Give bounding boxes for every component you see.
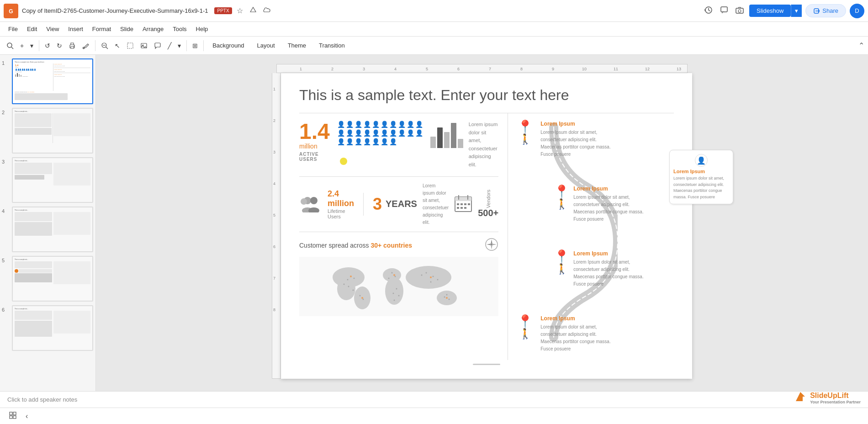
journey-desc-2: Lorem ipsum dolor sit amet, consectetuer… (573, 194, 646, 223)
svg-point-54 (360, 295, 361, 296)
canvas-with-ruler: 1 2 3 4 5 6 7 8 This is a sample text. E… (272, 73, 692, 379)
select-button[interactable] (124, 40, 137, 51)
floating-card-title: Lorem Ipsum (673, 169, 729, 174)
collapse-panel-button[interactable]: ‹ (24, 410, 30, 422)
speech-button[interactable] (151, 40, 164, 51)
menu-view[interactable]: View (42, 24, 64, 34)
transition-button[interactable]: Transition (313, 40, 351, 51)
bar-chart (430, 121, 463, 148)
journey-item-4: 📍 🚶 Lorem Ipsum Lorem ipsum dolor sit am… (517, 315, 674, 353)
share-button[interactable]: Share (805, 4, 846, 17)
slide-thumb-1[interactable]: This is a sample text. Enter your text h… (12, 58, 93, 104)
layout-button[interactable]: Layout (251, 40, 281, 51)
menu-slide[interactable]: Slide (116, 24, 138, 34)
user-avatar[interactable]: D (850, 4, 864, 18)
active-users-stat: 1.4 million ACTIVE USERS (299, 121, 330, 162)
menu-file[interactable]: File (4, 24, 22, 34)
slideshow-dropdown-button[interactable]: ▾ (791, 5, 802, 17)
search-button[interactable] (4, 40, 16, 51)
cloud-button[interactable] (261, 5, 272, 17)
journey-icon-1: 📍 🚶 (517, 121, 533, 145)
plus-box-button[interactable]: ⊞ (190, 40, 201, 51)
svg-point-70 (446, 294, 448, 295)
world-map (299, 257, 498, 316)
people-row-1: 👤👤👤👤👤👤👤👤👤👤 (337, 121, 423, 128)
svg-point-20 (310, 197, 318, 204)
journey-title-4: Lorem Ipsum (540, 315, 614, 322)
svg-point-42 (337, 277, 355, 300)
left-column: 1.4 million ACTIVE USERS 👤👤👤👤👤👤👤👤👤👤 (299, 113, 508, 360)
separator-3 (186, 40, 187, 51)
svg-point-63 (421, 274, 423, 276)
zoom-dropdown-button[interactable]: ▾ (27, 40, 36, 51)
camera-button[interactable] (734, 4, 746, 18)
paint-button[interactable] (79, 40, 92, 51)
svg-point-40 (491, 244, 492, 245)
slide-thumb-5[interactable]: This is a sample text... (12, 256, 93, 302)
years-section: 3 YEARS (373, 195, 417, 214)
lifetime-label: Lifetime Users (328, 208, 354, 219)
comment-button[interactable] (718, 4, 730, 18)
svg-point-74 (430, 276, 432, 278)
active-users-number: 1.4 (299, 121, 330, 143)
slide-thumb-3[interactable]: This is a sample text... (12, 157, 93, 203)
slide-thumb-2[interactable]: This is a sample text... (12, 108, 93, 154)
svg-rect-34 (464, 207, 466, 209)
svg-point-11 (74, 46, 74, 47)
star-button[interactable]: ☆ (235, 5, 245, 17)
menu-tools[interactable]: Tools (168, 24, 191, 34)
slide-thumb-6[interactable]: This is a sample text... (12, 305, 93, 351)
floating-card: 👤 Lorem Ipsum Lorem ipsum dolor sit amet… (669, 150, 733, 204)
notes-bar[interactable]: Click to add speaker notes (0, 391, 868, 408)
image-button[interactable] (138, 40, 150, 51)
zoom-in-button[interactable]: + (17, 40, 26, 51)
years-number: 3 (373, 195, 382, 214)
menu-help[interactable]: Help (191, 24, 213, 34)
slideshow-button[interactable]: Slideshow (749, 5, 791, 17)
grid-view-button[interactable] (7, 410, 18, 423)
notes-placeholder: Click to add speaker notes (7, 396, 77, 403)
background-button[interactable]: Background (206, 40, 250, 51)
menu-format[interactable]: Format (88, 24, 116, 34)
cursor-button[interactable]: ↖ (112, 40, 123, 51)
undo-button[interactable]: ↺ (42, 40, 53, 51)
document-title: Copy of ItemID-2765-Customer-Journey-Exe… (22, 5, 699, 17)
compass-icon (485, 238, 498, 253)
svg-point-21 (301, 198, 307, 205)
main-content: 1 This is a sample text. Enter your text… (0, 55, 868, 391)
slide-canvas[interactable]: This is a sample text. Enter your text h… (281, 73, 692, 379)
history-button[interactable] (703, 4, 715, 18)
slide-item-2: 2 This is a sample text... (2, 108, 94, 154)
svg-point-59 (396, 288, 397, 289)
svg-point-61 (398, 295, 400, 296)
menu-bar: File Edit View Insert Format Slide Arran… (0, 22, 868, 37)
journey-section: 📍 🚶 Lorem Ipsum Lorem Ipsum dolor sit am… (517, 113, 674, 360)
line-button[interactable]: ╱ (165, 40, 174, 51)
svg-rect-29 (460, 203, 463, 205)
countries-text: Customer spread across 30+ countries (299, 242, 412, 249)
drive-button[interactable] (248, 5, 259, 17)
toolbar-collapse-button[interactable]: ⌃ (858, 41, 864, 50)
menu-edit[interactable]: Edit (22, 24, 42, 34)
redo-button[interactable]: ↻ (54, 40, 65, 51)
calendar-icon (454, 194, 472, 214)
slide-num-1: 1 (2, 60, 9, 66)
svg-rect-79 (13, 416, 16, 419)
lifetime-stat: 2.4 million Lifetime Users (328, 189, 354, 219)
menu-insert[interactable]: Insert (64, 24, 88, 34)
canvas-area[interactable]: 1 2 3 4 5 6 7 8 9 10 11 12 13 1 2 3 4 5 … (96, 55, 868, 391)
print-button[interactable] (66, 40, 79, 51)
slide-item-4: 4 This is a sample text... (2, 207, 94, 252)
svg-point-50 (347, 279, 349, 280)
zoom-button[interactable] (98, 40, 111, 51)
line-dropdown-button[interactable]: ▾ (175, 40, 184, 51)
group-icon (299, 194, 322, 214)
journey-text-3: Lorem Ipsum Lorem Ipsum dolor sit amet, … (573, 250, 646, 288)
svg-point-64 (426, 272, 427, 273)
menu-arrange[interactable]: Arrange (138, 24, 168, 34)
slide-num-5: 5 (2, 258, 9, 263)
svg-point-49 (354, 277, 355, 279)
slide-thumb-4[interactable]: This is a sample text... (12, 207, 93, 252)
theme-button[interactable]: Theme (282, 40, 312, 51)
journey-desc-1: Lorem Ipsum dolor sit amet, consectetuer… (540, 129, 614, 158)
